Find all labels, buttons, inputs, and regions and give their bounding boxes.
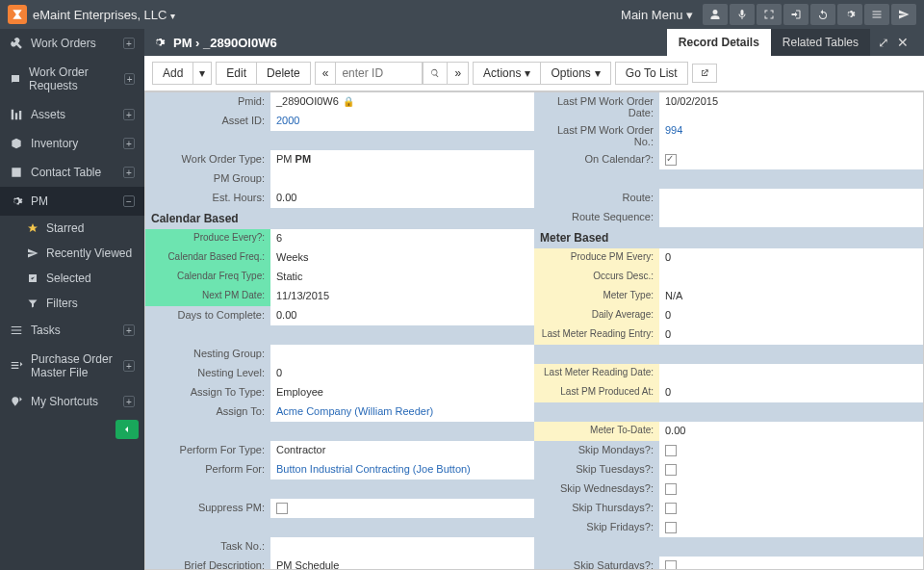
breadcrumb[interactable]: PM › _2890OI0W6: [173, 36, 277, 50]
brand-dropdown[interactable]: eMaint Enterprises, LLC▾: [33, 8, 175, 22]
section-meter-based: Meter Based: [534, 227, 923, 248]
topbar-actions: [703, 4, 916, 25]
label-oncal: On Calendar?:: [534, 150, 659, 169]
breadcrumb-bar: PM › _2890OI0W6 Record Details Related T…: [144, 29, 924, 56]
external-link-button[interactable]: [692, 64, 717, 83]
add-button[interactable]: Add: [152, 62, 193, 85]
checkbox-skipfri[interactable]: [665, 522, 677, 533]
minus-icon[interactable]: −: [123, 195, 135, 207]
plus-icon[interactable]: +: [123, 38, 135, 49]
sidebar-item-inventory[interactable]: Inventory +: [0, 129, 144, 158]
label-skipthu: Skip Thursdays?:: [534, 499, 659, 518]
goto-list-button[interactable]: Go To List: [615, 62, 688, 85]
search-button[interactable]: [423, 62, 448, 85]
logout-icon[interactable]: [783, 4, 808, 25]
id-input[interactable]: [336, 62, 423, 85]
label-brief: Brief Description:: [145, 557, 270, 570]
sidebar-sub-filters[interactable]: Filters: [17, 291, 144, 316]
main-menu-dropdown[interactable]: Main Menu ▾: [621, 8, 693, 22]
checkbox-skipthu[interactable]: [665, 503, 677, 514]
label-lastdate: Last PM Work Order Date:: [534, 92, 659, 121]
label-lastno: Last PM Work Order No.:: [534, 121, 659, 150]
value-pmgroup: [270, 169, 534, 189]
value-pf[interactable]: Button Industrial Contracting (Joe Butto…: [270, 460, 534, 479]
chevron-down-icon: ▾: [686, 8, 693, 22]
plus-icon[interactable]: +: [123, 138, 135, 149]
value-calfreq: Weeks: [270, 248, 534, 268]
sidebar-sub-recent[interactable]: Recently Viewed: [17, 241, 144, 266]
sidebar-item-contact-table[interactable]: Contact Table +: [0, 158, 144, 187]
next-button[interactable]: »: [448, 62, 469, 85]
mic-icon[interactable]: [730, 4, 755, 25]
label-pf: Perform For:: [145, 460, 270, 479]
checkbox-suppress[interactable]: [276, 503, 288, 514]
plus-icon[interactable]: +: [123, 360, 135, 372]
checkbox-oncal[interactable]: [665, 154, 677, 166]
actions-dropdown[interactable]: Actions ▾: [473, 62, 541, 85]
plus-icon[interactable]: +: [123, 109, 135, 120]
plus-icon[interactable]: +: [123, 167, 135, 178]
label-mtd: Meter To-Date:: [534, 422, 659, 441]
gear-icon[interactable]: [837, 4, 862, 25]
value-occdesc: [659, 268, 923, 287]
value-ato[interactable]: Acme Company (William Reeder): [270, 402, 534, 422]
sidebar-item-po-master[interactable]: Purchase Order Master File +: [0, 345, 144, 387]
record-body: Pmid:_2890OI0W6🔒 Asset ID:2000 Work Orde…: [144, 91, 924, 570]
sidebar-item-assets[interactable]: Assets +: [0, 100, 144, 129]
label-pmgroup: PM Group:: [145, 169, 270, 189]
sidebar-sub-starred[interactable]: Starred: [17, 216, 144, 241]
value-atot: Employee: [270, 383, 534, 402]
label-dtc: Days to Complete:: [145, 306, 270, 325]
close-icon[interactable]: ✕: [897, 35, 909, 50]
label-wotype: Work Order Type:: [145, 150, 270, 169]
user-icon[interactable]: [703, 4, 728, 25]
value-davg: 0: [659, 306, 923, 325]
toolbar: Add ▾ Edit Delete « » Actions ▾ Options …: [144, 56, 924, 91]
value-assetid[interactable]: 2000: [270, 112, 534, 131]
left-column: Pmid:_2890OI0W6🔒 Asset ID:2000 Work Orde…: [145, 92, 534, 570]
add-dropdown[interactable]: ▾: [193, 62, 212, 85]
checkbox-skipsat[interactable]: [665, 560, 677, 570]
lock-icon: 🔒: [343, 96, 354, 107]
expand-icon[interactable]: ⤢: [878, 35, 889, 50]
right-column: Last PM Work Order Date:10/02/2015 Last …: [534, 92, 923, 570]
value-lpmp: 0: [659, 383, 923, 402]
send-icon[interactable]: [891, 4, 916, 25]
prev-button[interactable]: «: [315, 62, 337, 85]
list-icon[interactable]: [864, 4, 889, 25]
sidebar: Work Orders + Work Order Requests + Asse…: [0, 29, 144, 570]
sidebar-item-work-orders[interactable]: Work Orders +: [0, 29, 144, 58]
label-lpmp: Last PM Produced At:: [534, 383, 659, 402]
label-lmre: Last Meter Reading Entry:: [534, 325, 659, 345]
plus-icon[interactable]: +: [123, 396, 135, 407]
value-wotype: PM PM: [270, 150, 534, 169]
tab-record-details[interactable]: Record Details: [667, 29, 771, 56]
sidebar-item-shortcuts[interactable]: My Shortcuts +: [0, 387, 144, 416]
value-oncal: [659, 150, 923, 169]
label-skipfri: Skip Fridays?:: [534, 518, 659, 537]
refresh-icon[interactable]: [810, 4, 835, 25]
sidebar-item-wo-requests[interactable]: Work Order Requests +: [0, 58, 144, 100]
label-pft: Perform For Type:: [145, 441, 270, 460]
checkbox-skiptue[interactable]: [665, 464, 677, 476]
main-panel: PM › _2890OI0W6 Record Details Related T…: [144, 29, 924, 570]
tab-related-tables[interactable]: Related Tables: [771, 29, 870, 56]
options-dropdown[interactable]: Options ▾: [541, 62, 610, 85]
label-davg: Daily Average:: [534, 306, 659, 325]
collapse-sidebar-button[interactable]: [116, 420, 139, 439]
sidebar-item-pm[interactable]: PM −: [0, 187, 144, 216]
edit-button[interactable]: Edit: [216, 62, 257, 85]
sidebar-sub-selected[interactable]: Selected: [17, 266, 144, 291]
fullscreen-icon[interactable]: [757, 4, 782, 25]
checkbox-skipwed[interactable]: [665, 483, 677, 495]
value-ngroup: [270, 345, 534, 364]
value-skipthu: [659, 499, 923, 518]
sidebar-item-tasks[interactable]: Tasks +: [0, 316, 144, 345]
value-skipfri: [659, 518, 923, 537]
delete-button[interactable]: Delete: [257, 62, 311, 85]
checkbox-skipmon[interactable]: [665, 445, 677, 456]
plus-icon[interactable]: +: [123, 324, 135, 336]
value-suppress: [270, 499, 534, 518]
plus-icon[interactable]: +: [124, 73, 135, 85]
value-lastno[interactable]: 994: [659, 121, 923, 150]
